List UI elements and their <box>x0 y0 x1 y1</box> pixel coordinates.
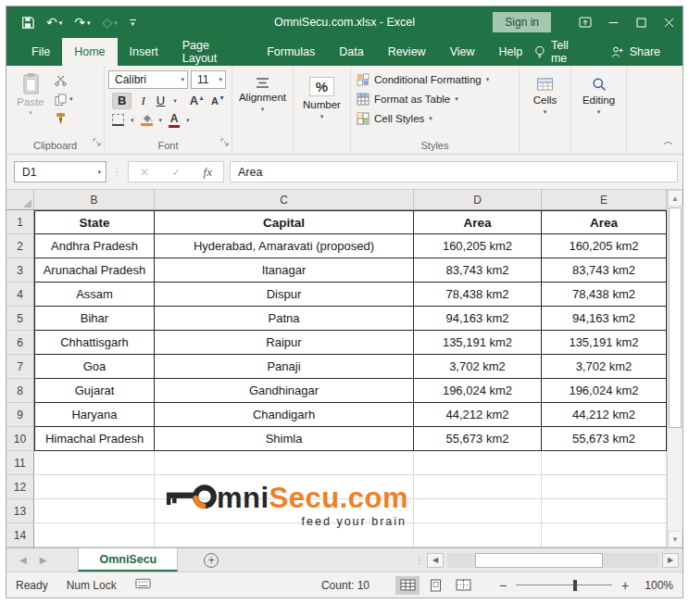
menu-tab-formulas[interactable]: Formulas <box>255 38 327 66</box>
row-header-8[interactable]: 8 <box>6 379 34 403</box>
redo-button[interactable]: ↷▾ <box>74 16 90 29</box>
cell-E11[interactable] <box>542 451 667 475</box>
scroll-up-icon[interactable]: ▲ <box>668 190 683 207</box>
horizontal-scrollbar[interactable]: ⋮ ◀ ▶ <box>415 548 683 572</box>
menu-tab-insert[interactable]: Insert <box>118 38 170 66</box>
cell-D8[interactable]: 196,024 km2 <box>414 379 542 403</box>
row-header-6[interactable]: 6 <box>6 331 34 355</box>
name-box-caret-icon[interactable]: ▾ <box>97 169 106 176</box>
cell-D6[interactable]: 135,191 km2 <box>414 331 542 355</box>
row-header-4[interactable]: 4 <box>6 283 34 307</box>
cell-C9[interactable]: Chandigarh <box>155 403 414 427</box>
cell-C4[interactable]: Dispur <box>155 283 414 307</box>
font-name-select[interactable]: Calibri▾ <box>108 70 188 89</box>
cell-C8[interactable]: Gandhinagar <box>155 379 414 403</box>
zoom-level[interactable]: 100% <box>638 579 673 592</box>
insert-function-icon[interactable]: fx <box>204 165 212 180</box>
fill-color-caret-icon[interactable]: ▾ <box>159 117 163 124</box>
cell-E12[interactable] <box>542 475 667 499</box>
format-as-table-button[interactable]: Format as Table▾ <box>351 89 519 108</box>
menu-tab-file[interactable]: File <box>19 38 62 66</box>
cell-B12[interactable] <box>34 475 155 499</box>
cell-B6[interactable]: Chhattisgarh <box>34 331 155 355</box>
cell-C10[interactable]: Shimla <box>155 427 414 451</box>
cell-C7[interactable]: Panaji <box>155 355 414 379</box>
name-box[interactable]: D1 ▾ <box>14 161 106 182</box>
cell-D10[interactable]: 55,673 km2 <box>414 427 542 451</box>
column-header-D[interactable]: D <box>414 190 542 210</box>
collapse-ribbon-icon[interactable]: ︿ <box>663 134 673 148</box>
borders-caret-icon[interactable]: ▾ <box>131 117 134 124</box>
column-header-B[interactable]: B <box>34 190 155 210</box>
number-format-button[interactable]: % Number ▾ <box>294 69 350 154</box>
font-size-select[interactable]: 11▾ <box>191 70 226 89</box>
row-header-9[interactable]: 9 <box>6 403 34 427</box>
tab-split-handle-icon[interactable]: ⋮ <box>415 555 423 565</box>
column-header-E[interactable]: E <box>542 190 667 210</box>
cell-E5[interactable]: 94,163 km2 <box>542 307 667 331</box>
cell-E10[interactable]: 55,673 km2 <box>542 427 667 451</box>
zoom-slider-thumb[interactable] <box>573 580 577 591</box>
ribbon-display-options-icon[interactable] <box>571 6 599 38</box>
zoom-slider[interactable] <box>516 580 612 591</box>
row-header-3[interactable]: 3 <box>6 258 34 283</box>
cell-D5[interactable]: 94,163 km2 <box>414 307 542 331</box>
cell-D12[interactable] <box>414 475 542 499</box>
decrease-font-size-button[interactable]: A▼ <box>211 94 225 107</box>
underline-caret-icon[interactable]: ▾ <box>173 97 177 105</box>
cell-B1[interactable]: State <box>34 210 155 234</box>
cell-C2[interactable]: Hyderabad, Amaravati (proposed) <box>155 234 414 258</box>
row-header-7[interactable]: 7 <box>6 355 34 379</box>
cell-B9[interactable]: Haryana <box>34 403 155 427</box>
scroll-left-icon[interactable]: ◀ <box>427 553 444 568</box>
cell-D3[interactable]: 83,743 km2 <box>414 258 542 283</box>
cancel-icon[interactable]: ✕ <box>140 166 149 179</box>
menu-tab-home[interactable]: Home <box>62 38 117 66</box>
cell-D14[interactable] <box>414 523 542 547</box>
cell-B7[interactable]: Goa <box>34 355 155 379</box>
font-dialog-launcher-icon[interactable] <box>220 133 229 150</box>
row-header-1[interactable]: 1 <box>6 210 34 234</box>
close-button[interactable] <box>655 6 683 38</box>
font-color-button[interactable]: A <box>169 113 180 128</box>
row-header-11[interactable]: 11 <box>6 451 34 475</box>
cell-B14[interactable] <box>34 523 155 547</box>
minimize-button[interactable] <box>599 6 627 38</box>
cell-C5[interactable]: Patna <box>155 307 414 331</box>
menu-tab-page-layout[interactable]: Page Layout <box>170 38 255 66</box>
clipboard-dialog-launcher-icon[interactable] <box>93 133 101 150</box>
menu-tab-help[interactable]: Help <box>487 38 535 66</box>
cell-E8[interactable]: 196,024 km2 <box>542 379 667 403</box>
customize-quick-access-icon[interactable]: ▾ <box>130 19 136 26</box>
cell-E7[interactable]: 3,702 km2 <box>542 355 667 379</box>
cell-B8[interactable]: Gujarat <box>34 379 155 403</box>
format-painter-button[interactable] <box>55 110 73 125</box>
cell-E14[interactable] <box>542 523 667 547</box>
editing-button[interactable]: Editing ▾ <box>571 69 626 154</box>
formula-bar-handle-icon[interactable]: ⋮ <box>112 166 122 178</box>
sign-in-button[interactable]: Sign in <box>493 12 551 32</box>
zoom-in-icon[interactable]: + <box>620 578 631 593</box>
enter-icon[interactable]: ✓ <box>171 166 181 179</box>
cell-D7[interactable]: 3,702 km2 <box>414 355 542 379</box>
menu-tab-data[interactable]: Data <box>327 38 375 66</box>
cell-B13[interactable] <box>34 499 155 523</box>
scroll-right-icon[interactable]: ▶ <box>662 553 679 568</box>
sheet-nav-right-icon[interactable]: ▶ <box>40 555 47 565</box>
conditional-formatting-button[interactable]: Conditional Formatting▾ <box>351 69 519 89</box>
zoom-out-icon[interactable]: − <box>497 578 508 593</box>
copy-button[interactable]: ▾ <box>55 92 73 107</box>
bold-button[interactable]: B <box>112 93 132 109</box>
page-layout-view-button[interactable] <box>423 576 447 595</box>
cell-C1[interactable]: Capital <box>155 210 414 234</box>
cell-D9[interactable]: 44,212 km2 <box>414 403 542 427</box>
paste-button[interactable]: Paste ▾ <box>6 69 55 138</box>
tell-me-button[interactable]: Tell me <box>534 39 586 65</box>
maximize-button[interactable] <box>627 6 655 38</box>
horizontal-scroll-thumb[interactable] <box>475 553 603 568</box>
cell-E3[interactable]: 83,743 km2 <box>542 258 667 283</box>
cell-D11[interactable] <box>414 451 542 475</box>
cell-E4[interactable]: 78,438 km2 <box>542 283 667 307</box>
cell-D4[interactable]: 78,438 km2 <box>414 283 542 307</box>
cell-B5[interactable]: Bihar <box>34 307 155 331</box>
